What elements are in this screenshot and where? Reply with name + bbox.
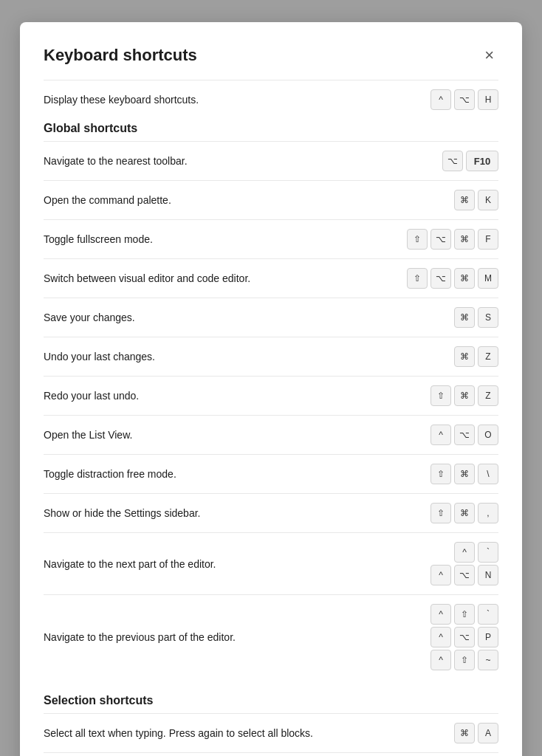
keys-group: ⇧ ⌥ ⌘ F bbox=[407, 229, 498, 250]
keys-group: ⌘ S bbox=[454, 307, 498, 328]
key-cmd: ⌘ bbox=[454, 723, 475, 743]
keys-group: ^ ` bbox=[454, 542, 498, 563]
key-cmd: ⌘ bbox=[454, 346, 475, 367]
key-alt: ⌥ bbox=[442, 151, 463, 171]
global-section-heading: Global shortcuts bbox=[44, 119, 498, 141]
keyboard-shortcuts-modal: Keyboard shortcuts × Display these keybo… bbox=[20, 22, 522, 756]
shortcut-row: Toggle distraction free mode. ⇧ ⌘ \ bbox=[44, 454, 498, 493]
shortcut-label: Show or hide the Settings sidebar. bbox=[44, 507, 430, 519]
key-backtick: ` bbox=[478, 542, 498, 563]
key-f: F bbox=[478, 229, 498, 250]
shortcut-row: Navigate to the nearest toolbar. ⌥ F10 bbox=[44, 141, 498, 180]
key-cmd: ⌘ bbox=[454, 268, 475, 289]
keys-group: ⇧ ⌘ , bbox=[430, 503, 498, 523]
keys-group: ^ ⌥ H bbox=[430, 89, 498, 110]
close-button[interactable]: × bbox=[480, 46, 498, 65]
key-alt: ⌥ bbox=[454, 425, 475, 445]
shortcut-row: Navigate to the previous part of the edi… bbox=[44, 594, 498, 679]
shortcut-row: Switch between visual editor and code ed… bbox=[44, 258, 498, 298]
shortcut-row: Redo your last undo. ⇧ ⌘ Z bbox=[44, 376, 498, 415]
key-tilde: ~ bbox=[478, 650, 498, 670]
modal-overlay: Keyboard shortcuts × Display these keybo… bbox=[0, 0, 542, 756]
key-ctrl: ^ bbox=[430, 650, 451, 670]
key-o: O bbox=[478, 425, 498, 445]
key-alt: ⌥ bbox=[454, 89, 475, 110]
keys-group: ^ ⌥ O bbox=[430, 425, 498, 445]
shortcut-row: Display these keyboard shortcuts. ^ ⌥ H bbox=[44, 80, 498, 119]
shortcut-row: Open the command palette. ⌘ K bbox=[44, 180, 498, 219]
shortcut-label: Open the List View. bbox=[44, 429, 430, 441]
key-cmd: ⌘ bbox=[454, 464, 475, 484]
key-comma: , bbox=[478, 503, 498, 523]
keys-group: ⌘ Z bbox=[454, 346, 498, 367]
key-ctrl: ^ bbox=[430, 604, 451, 625]
shortcut-label: Navigate to the previous part of the edi… bbox=[44, 631, 430, 643]
key-shift: ⇧ bbox=[430, 503, 451, 523]
key-p: P bbox=[478, 627, 498, 647]
multi-keys: ^ ` ^ ⌥ N bbox=[430, 542, 498, 585]
key-shift: ⇧ bbox=[430, 385, 451, 406]
keys-group: ^ ⇧ ` bbox=[430, 604, 498, 625]
shortcut-row: Show or hide the Settings sidebar. ⇧ ⌘ , bbox=[44, 493, 498, 532]
key-shift: ⇧ bbox=[454, 604, 475, 625]
keys-group: ⌥ F10 bbox=[442, 151, 498, 171]
shortcut-label: Open the command palette. bbox=[44, 194, 454, 206]
shortcut-row: Select all text when typing. Press again… bbox=[44, 713, 498, 752]
shortcut-label: Redo your last undo. bbox=[44, 390, 430, 402]
keys-group: ^ ⇧ ~ bbox=[430, 650, 498, 670]
key-ctrl: ^ bbox=[430, 627, 451, 647]
keys-group: ^ ⌥ N bbox=[430, 565, 498, 585]
shortcut-row: Undo your last changes. ⌘ Z bbox=[44, 337, 498, 376]
key-shift: ⇧ bbox=[407, 268, 428, 289]
key-z: Z bbox=[478, 346, 498, 367]
key-m: M bbox=[478, 268, 498, 289]
key-shift: ⇧ bbox=[430, 464, 451, 484]
modal-title: Keyboard shortcuts bbox=[44, 46, 197, 65]
key-a: A bbox=[478, 723, 498, 743]
shortcut-label: Undo your last changes. bbox=[44, 351, 454, 362]
key-z: Z bbox=[478, 385, 498, 406]
key-ctrl: ^ bbox=[430, 425, 451, 445]
key-shift: ⇧ bbox=[454, 650, 475, 670]
key-backslash: \ bbox=[478, 464, 498, 484]
key-cmd: ⌘ bbox=[454, 229, 475, 250]
key-ctrl: ^ bbox=[430, 565, 451, 585]
key-cmd: ⌘ bbox=[454, 503, 475, 523]
keys-group: ⇧ ⌘ \ bbox=[430, 464, 498, 484]
key-alt: ⌥ bbox=[430, 229, 451, 250]
shortcut-label: Select all text when typing. Press again… bbox=[44, 727, 454, 739]
key-cmd: ⌘ bbox=[454, 307, 475, 328]
keys-group: ⌘ A bbox=[454, 723, 498, 743]
selection-section-heading: Selection shortcuts bbox=[44, 679, 498, 713]
shortcut-label: Display these keyboard shortcuts. bbox=[44, 94, 430, 106]
shortcut-label: Save your changes. bbox=[44, 312, 454, 323]
key-alt: ⌥ bbox=[454, 565, 475, 585]
shortcut-label: Navigate to the nearest toolbar. bbox=[44, 155, 442, 167]
key-backtick: ` bbox=[478, 604, 498, 625]
modal-header: Keyboard shortcuts × bbox=[44, 46, 498, 65]
key-ctrl: ^ bbox=[454, 542, 475, 563]
key-alt: ⌥ bbox=[454, 627, 475, 647]
key-ctrl: ^ bbox=[430, 89, 451, 110]
shortcut-row: Open the List View. ^ ⌥ O bbox=[44, 415, 498, 454]
shortcut-row: Navigate to the next part of the editor.… bbox=[44, 532, 498, 594]
key-alt: ⌥ bbox=[430, 268, 451, 289]
multi-keys: ^ ⇧ ` ^ ⌥ P ^ ⇧ ~ bbox=[430, 604, 498, 670]
key-shift: ⇧ bbox=[407, 229, 428, 250]
shortcut-label: Toggle fullscreen mode. bbox=[44, 233, 407, 245]
key-n: N bbox=[478, 565, 498, 585]
keys-group: ^ ⌥ P bbox=[430, 627, 498, 647]
shortcut-row: Save your changes. ⌘ S bbox=[44, 298, 498, 337]
key-k: K bbox=[478, 190, 498, 210]
shortcut-row: Clear selection escape bbox=[44, 752, 498, 756]
key-cmd: ⌘ bbox=[454, 190, 475, 210]
shortcut-label: Navigate to the next part of the editor. bbox=[44, 558, 430, 570]
keys-group: ⌘ K bbox=[454, 190, 498, 210]
key-h: H bbox=[478, 89, 498, 110]
key-f10: F10 bbox=[466, 151, 498, 171]
shortcut-label: Switch between visual editor and code ed… bbox=[44, 272, 407, 284]
key-s: S bbox=[478, 307, 498, 328]
shortcut-label: Toggle distraction free mode. bbox=[44, 468, 430, 480]
keys-group: ⇧ ⌥ ⌘ M bbox=[407, 268, 498, 289]
keys-group: ⇧ ⌘ Z bbox=[430, 385, 498, 406]
